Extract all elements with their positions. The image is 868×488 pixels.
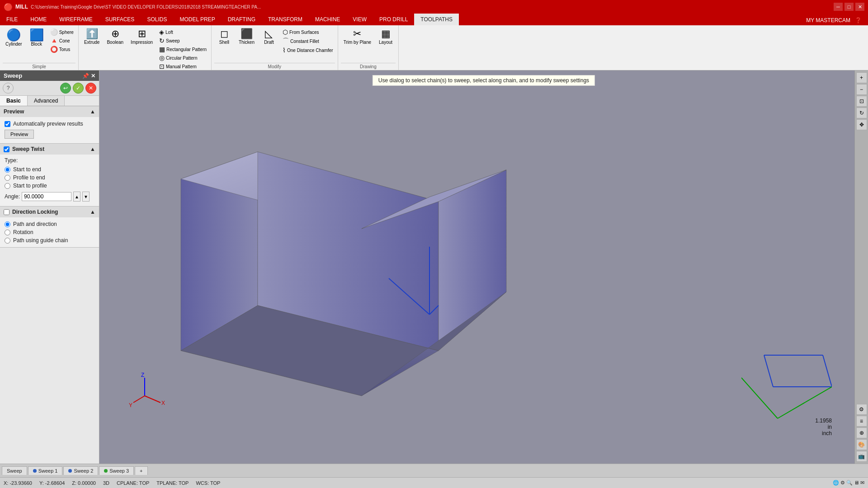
- window-controls[interactable]: ─ □ ✕: [834, 3, 864, 11]
- block-button[interactable]: 🟦 Block: [27, 27, 47, 48]
- ribbon-section-drawing: ✂ Trim by Plane ▦ Layout Drawing: [338, 25, 399, 70]
- fit-button[interactable]: ⊡: [856, 96, 867, 107]
- dim-unit-text: inch: [822, 430, 832, 436]
- back-button[interactable]: ↩: [60, 83, 71, 94]
- type-label: Type:: [5, 157, 18, 164]
- bottom-tab-sweep3[interactable]: Sweep 3: [99, 466, 134, 475]
- loft-button[interactable]: ◈ Loft: [157, 28, 208, 36]
- extrude-button[interactable]: ⬆️ Extrude: [81, 27, 102, 47]
- modify-label: Modify: [214, 63, 335, 70]
- path-direction-row: Path and direction: [5, 220, 94, 228]
- extrude-icon: ⬆️: [86, 29, 98, 39]
- layout-button[interactable]: ▦ Layout: [376, 27, 396, 47]
- from-surfaces-button[interactable]: ⬡ From Surfaces: [281, 28, 335, 36]
- ok-button[interactable]: ✓: [73, 83, 84, 94]
- cone-button[interactable]: 🔺 Cone: [48, 37, 75, 45]
- tab-machine[interactable]: MACHINE: [309, 14, 346, 25]
- sweep-twist-content: Type: Start to end Profile to end Start …: [0, 155, 99, 206]
- direction-locking-header[interactable]: Direction Locking ▲: [0, 206, 99, 217]
- snap-icon-btn[interactable]: ⊕: [856, 427, 867, 438]
- sweep-twist-header[interactable]: Sweep Twist ▲: [0, 144, 99, 155]
- pan-button[interactable]: ✥: [856, 119, 867, 130]
- torus-button[interactable]: ⭕ Torus: [48, 45, 75, 53]
- y-coord-value: Y: -2.68604: [39, 480, 65, 486]
- angle-down-button[interactable]: ▼: [82, 192, 90, 202]
- manual-pattern-button[interactable]: ⊡ Manual Pattern: [157, 62, 208, 70]
- tab-toolpaths[interactable]: TOOLPATHS: [414, 14, 459, 25]
- tplane: TPLANE: TOP: [156, 480, 189, 486]
- view-rotate-button[interactable]: ↻: [856, 108, 867, 118]
- cylinder-button[interactable]: 🔵 Cylinder: [3, 27, 25, 48]
- direction-locking-collapse-icon: ▲: [90, 209, 95, 215]
- angle-input[interactable]: [22, 192, 71, 201]
- layout-label: Layout: [379, 40, 392, 45]
- tab-basic[interactable]: Basic: [0, 96, 28, 106]
- shell-button[interactable]: ◻ Shell: [214, 27, 234, 47]
- help-button[interactable]: ?: [3, 83, 14, 94]
- start-to-end-radio[interactable]: [5, 167, 10, 173]
- cplane: CPLANE: TOP: [117, 480, 149, 486]
- sweep3-label: Sweep 3: [109, 468, 129, 474]
- one-distance-chamfer-button[interactable]: ⌇ One Distance Chamfer: [281, 46, 335, 54]
- cancel-button[interactable]: ✕: [85, 83, 96, 94]
- svg-line-16: [145, 396, 160, 403]
- drawing-label: Drawing: [341, 63, 396, 70]
- tab-home[interactable]: HOME: [24, 14, 53, 25]
- layers-icon-btn[interactable]: ≡: [856, 416, 867, 427]
- tab-transform[interactable]: TRANSFORM: [262, 14, 309, 25]
- tab-drafting[interactable]: DRAFTING: [222, 14, 262, 25]
- simple-label: Simple: [3, 63, 75, 70]
- circular-pattern-button[interactable]: ◎ Circular Pattern: [157, 54, 208, 62]
- block-icon: 🟦: [29, 29, 44, 41]
- direction-locking-checkbox[interactable]: [4, 209, 9, 215]
- bottom-tab-sweep[interactable]: Sweep: [2, 466, 27, 475]
- thicken-button[interactable]: ⬛ Thicken: [236, 27, 257, 47]
- bottom-tab-sweep1[interactable]: Sweep 1: [28, 466, 63, 475]
- sphere-button[interactable]: ⚪ Sphere: [48, 28, 75, 36]
- settings-icon-btn[interactable]: ⚙: [856, 404, 867, 415]
- screen-icon-btn[interactable]: 📺: [856, 451, 867, 462]
- profile-to-end-radio[interactable]: [5, 175, 10, 181]
- preview-collapse-icon: ▲: [90, 108, 95, 115]
- rectangular-pattern-button[interactable]: ▦ Rectangular Pattern: [157, 45, 208, 53]
- sweep-button[interactable]: ↻ Sweep: [157, 37, 208, 45]
- trim-by-plane-button[interactable]: ✂ Trim by Plane: [341, 27, 374, 47]
- tab-file[interactable]: FILE: [0, 14, 24, 25]
- tab-wireframe[interactable]: WIREFRAME: [53, 14, 99, 25]
- zoom-out-button[interactable]: −: [856, 84, 867, 95]
- preview-section-header[interactable]: Preview ▲: [0, 106, 99, 117]
- boolean-button[interactable]: ⊕ Boolean: [104, 27, 126, 47]
- path-direction-radio[interactable]: [5, 221, 10, 227]
- profile-to-end-label: Profile to end: [13, 174, 45, 181]
- close-button[interactable]: ✕: [855, 3, 864, 11]
- zoom-in-button[interactable]: +: [856, 72, 867, 83]
- hint-text: Use dialog to select chain(s) to sweep, …: [378, 77, 589, 84]
- tab-pro-drill[interactable]: PRO DRILL: [373, 14, 414, 25]
- maximize-button[interactable]: □: [844, 3, 854, 11]
- bottom-tab-sweep2[interactable]: Sweep 2: [63, 466, 98, 475]
- start-to-profile-label: Start to profile: [13, 183, 47, 189]
- circular-pattern-icon: ◎: [159, 54, 165, 61]
- tab-model-prep[interactable]: MODEL PREP: [173, 14, 221, 25]
- preview-button[interactable]: Preview: [5, 130, 34, 139]
- auto-preview-checkbox[interactable]: [5, 121, 10, 127]
- draft-button[interactable]: ◺ Draft: [259, 27, 279, 47]
- tab-solids[interactable]: SOLIDS: [141, 14, 173, 25]
- start-to-profile-radio[interactable]: [5, 183, 10, 189]
- viewport[interactable]: Use dialog to select chain(s) to sweep, …: [99, 70, 868, 464]
- color-icon-btn[interactable]: 🎨: [856, 439, 867, 450]
- rotation-radio[interactable]: [5, 230, 10, 235]
- sweep-twist-checkbox[interactable]: [4, 146, 9, 152]
- constant-fillet-button[interactable]: ⌒ Constant Fillet: [281, 37, 335, 46]
- impression-button[interactable]: ⊞ Impression: [128, 27, 156, 47]
- minimize-button[interactable]: ─: [834, 3, 843, 11]
- pin-icon[interactable]: 📌: [82, 73, 89, 79]
- close-panel-icon[interactable]: ✕: [91, 73, 95, 79]
- angle-up-button[interactable]: ▲: [73, 192, 80, 202]
- path-guide-radio[interactable]: [5, 238, 10, 244]
- tab-surfaces[interactable]: SURFACES: [99, 14, 141, 25]
- tab-view[interactable]: VIEW: [346, 14, 373, 25]
- tab-advanced[interactable]: Advanced: [28, 96, 65, 106]
- add-tab-button[interactable]: +: [135, 466, 147, 475]
- thicken-label: Thicken: [239, 40, 255, 45]
